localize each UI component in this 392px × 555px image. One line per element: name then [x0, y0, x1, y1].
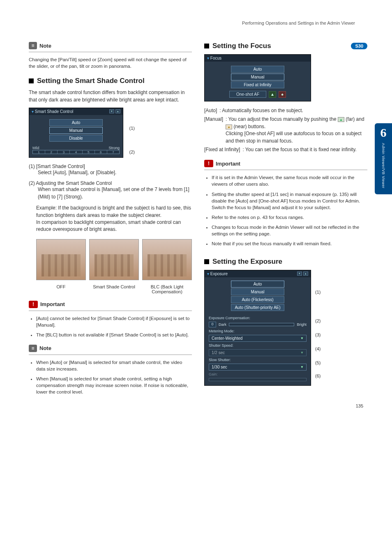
divider: [29, 52, 192, 52]
slider-row: Mild Strong: [32, 146, 120, 150]
list-item: When [Auto] or [Manual] is selected for …: [36, 359, 192, 372]
panel-titlebar: ▾ Smart Shade Control ▾▴: [29, 108, 123, 115]
bullet-square-icon: [29, 78, 34, 83]
item1-body: Select [Auto], [Manual], or [Disable].: [38, 169, 192, 176]
divider: [204, 170, 367, 170]
important-heading: Important: [29, 301, 192, 308]
metering-value: Center-Weighted: [212, 336, 242, 341]
option-disable[interactable]: Disable: [49, 135, 103, 142]
exp-manual[interactable]: Manual: [231, 288, 284, 295]
option-manual[interactable]: Manual: [49, 127, 103, 134]
panel-title: Exposure: [210, 272, 228, 276]
panel-title: Focus: [210, 56, 221, 60]
content-columns: Note Changing the [Pan/Tilt] speed or [Z…: [29, 42, 367, 398]
slider-area: Mild Strong 1 2 3 4 5 6: [29, 146, 123, 157]
option-auto[interactable]: Auto: [49, 119, 103, 126]
model-badge: S30: [351, 43, 367, 49]
slow-shutter-dropdown[interactable]: 1/30 sec▼: [209, 364, 307, 371]
tick-3: 3: [58, 150, 70, 154]
chevron-down-icon[interactable]: ▾: [109, 109, 114, 113]
important-list: [Auto] cannot be selected for [Smart Sha…: [29, 315, 192, 338]
item-1: (1) [Smart Shade Control] Select [Auto],…: [29, 164, 192, 176]
exp-comp-slider[interactable]: [229, 323, 294, 326]
focus-auto[interactable]: Auto: [231, 66, 284, 73]
near-inline-icon: ♠: [226, 124, 232, 129]
def-body: : You can adjust the focus manually by p…: [226, 116, 367, 145]
caption-blc: BLC (Back Light Compensation): [142, 284, 192, 294]
smart-shade-intro: The smart shade control function differs…: [29, 89, 192, 104]
focus-infinity[interactable]: Fixed at Infinity: [231, 81, 284, 88]
focus-manual[interactable]: Manual: [231, 74, 284, 81]
near-icon[interactable]: ♠: [279, 91, 286, 98]
def-term: [Auto]: [204, 107, 217, 114]
exposure-panel: ▾ Exposure ▾▴ Auto Manual Auto (Flickerl…: [204, 270, 311, 386]
item-2: (2) Adjusting the Smart Shade Control Wh…: [29, 180, 192, 200]
photo-row: [36, 239, 192, 280]
chevron-up-icon[interactable]: ▴: [115, 109, 120, 113]
panel-titlebar: ▾ Exposure ▾▴: [205, 270, 311, 277]
note2-list: When [Auto] or [Manual] is selected for …: [29, 359, 192, 395]
exp-annot-3: (3): [315, 332, 321, 337]
list-item: Refer to the notes on p. 43 for focus ra…: [212, 214, 367, 221]
list-item: When [Manual] is selected for smart shad…: [36, 375, 192, 395]
def-manual: [Manual] : You can adjust the focus manu…: [204, 116, 367, 145]
page: Performing Operations and Settings in th…: [0, 0, 392, 415]
note-heading-2: Note: [29, 345, 192, 352]
caption-ssc: Smart Shade Control: [89, 284, 139, 294]
far-icon[interactable]: ▲: [269, 91, 276, 98]
chevron-down-icon: ▼: [300, 336, 304, 340]
def-body: : You can set the focus so that it is fi…: [242, 146, 367, 153]
note-heading: Note: [29, 42, 192, 49]
def-term: [Manual]: [204, 116, 223, 145]
tick-1: 1: [33, 150, 45, 154]
slow-shutter-label: Slow Shutter:: [209, 358, 307, 362]
section-title-text: Setting the Focus: [212, 42, 271, 50]
tick-5: 5: [83, 150, 95, 154]
photo-block: OFF Smart Shade Control BLC (Back Light …: [36, 239, 192, 294]
important-heading-r: Important: [204, 160, 367, 167]
panel-top-buttons: ▾▴: [109, 109, 120, 113]
gain-label: Gain:: [209, 372, 307, 376]
tick-6: 6: [95, 150, 107, 154]
metering-dropdown[interactable]: Center-Weighted▼: [209, 335, 307, 342]
panel-body: Auto Manual Disable: [29, 115, 123, 146]
far-label: (far) and: [346, 116, 364, 122]
shutter-dropdown[interactable]: 1/2 sec▼: [209, 349, 307, 356]
item2-label: (2) Adjusting the Smart Shade Control: [29, 180, 192, 186]
triangle-icon: ▾: [207, 272, 209, 276]
chevron-up-icon[interactable]: ▴: [303, 272, 308, 276]
item2-body: When smart shade control is [Manual], se…: [38, 186, 192, 200]
exp-flickerless[interactable]: Auto (Flickerless): [231, 296, 284, 303]
important-icon: [204, 160, 213, 167]
exp-annot-6: (6): [315, 373, 321, 378]
level-slider[interactable]: 1 2 3 4 5 6 7: [32, 150, 120, 154]
tick-2: 2: [45, 150, 58, 154]
photo-blc: [142, 239, 192, 280]
chevron-down-icon: ▼: [300, 365, 304, 369]
exp-shutter-priority[interactable]: Auto (Shutter-priority AE): [231, 304, 284, 311]
photo-captions: OFF Smart Shade Control BLC (Back Light …: [36, 283, 192, 294]
important-label: Important: [40, 301, 65, 307]
exp-comp-value: 0: [209, 322, 216, 327]
right-column: Setting the Focus S30 ▾ Focus Auto Manua…: [204, 42, 367, 398]
manual-text-1: : You can adjust the focus manually by p…: [226, 116, 338, 122]
smart-shade-panel-wrap: ▾ Smart Shade Control ▾▴ Auto Manual Dis…: [29, 108, 123, 158]
exp-annot-5: (5): [315, 360, 321, 365]
chevron-down-icon[interactable]: ▾: [297, 272, 302, 276]
annotation-2: (2): [129, 150, 135, 154]
note-text: Changing the [Pan/Tilt] speed or [Zoom] …: [29, 56, 192, 69]
section-title-exposure: Setting the Exposure: [204, 258, 367, 266]
one-shot-af-button[interactable]: One-shot AF: [229, 91, 266, 98]
chapter-label: Admin Viewer/VB Viewer: [381, 143, 385, 189]
exp-auto[interactable]: Auto: [231, 281, 284, 288]
list-item: Note that if you set the focus manually …: [212, 240, 367, 247]
focus-definitions: [Auto] : Automatically focuses on the su…: [204, 107, 367, 153]
section-title-focus: Setting the Focus S30: [204, 42, 367, 50]
gain-slider[interactable]: [209, 378, 307, 381]
exp-annot-2: (2): [315, 318, 321, 323]
manual-text-2: Clicking [One-shot AF] will use autofocu…: [226, 131, 362, 143]
important-list-r: If it is set in the Admin Viewer, the sa…: [204, 174, 367, 247]
mild-label: Mild: [32, 146, 39, 150]
note-label: Note: [39, 345, 51, 351]
dark-label: Dark: [219, 322, 226, 327]
